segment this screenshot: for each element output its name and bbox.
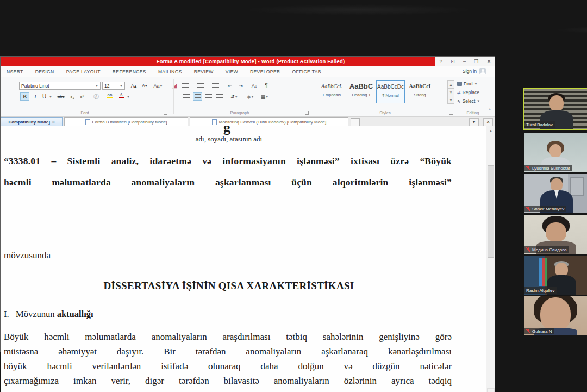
highlight-swatch bbox=[107, 97, 113, 98]
style-heading1[interactable]: AaBbC Heading 1 bbox=[347, 80, 376, 103]
scrollbar-thumb[interactable] bbox=[488, 165, 494, 258]
scroll-up-icon[interactable]: ▲ bbox=[487, 127, 495, 135]
increase-indent-icon[interactable]: ⇥ bbox=[236, 82, 245, 90]
align-left-button[interactable] bbox=[182, 92, 191, 101]
ribbon: Palatino Linot▼ 12▼ A▴ A▾ Aa▼ ◢ B I U ▼ … bbox=[1, 77, 495, 117]
sort-button[interactable]: A↓ bbox=[249, 82, 259, 90]
participant-nameplate: Rasim Alguliev bbox=[524, 287, 557, 294]
bold-button[interactable]: B bbox=[20, 92, 29, 101]
doc-tab-forma-b[interactable]: Forma B modified [Compatibility Mode] bbox=[64, 117, 188, 126]
restore-icon[interactable]: ❐ bbox=[474, 59, 478, 64]
decrease-indent-icon[interactable]: ⇤ bbox=[226, 82, 234, 90]
tab-references[interactable]: REFERENCES bbox=[107, 69, 152, 74]
chevron-down-icon: ▼ bbox=[120, 84, 123, 88]
vertical-scrollbar[interactable]: ▲ bbox=[486, 126, 495, 392]
video-tile[interactable]: Shakir Mehdiyev bbox=[524, 174, 587, 213]
document-page[interactable]: g adı, soyadı, atasının adı “3338.01 – S… bbox=[1, 126, 486, 392]
participant-nameplate: Gulnara N bbox=[524, 328, 554, 334]
video-tile[interactable]: Медина Саидова bbox=[524, 215, 587, 254]
bullets-button[interactable] bbox=[181, 82, 189, 90]
style-normal[interactable]: AaBbCcDc ¶ Normal bbox=[376, 80, 405, 103]
tab-office-tab[interactable]: OFFICE TAB bbox=[286, 69, 327, 74]
close-icon[interactable]: ✕ bbox=[487, 59, 491, 64]
tab-review[interactable]: REVIEW bbox=[188, 69, 220, 74]
muted-mic-icon bbox=[526, 207, 530, 211]
styles-scroll-down-icon[interactable]: ▼ bbox=[447, 88, 454, 96]
title-bar: Forma A modified [Compatibility Mode] - … bbox=[1, 57, 435, 66]
align-center-button[interactable] bbox=[193, 92, 202, 101]
grow-font-button[interactable]: A▴ bbox=[129, 82, 139, 90]
tab-insert[interactable]: NSERT bbox=[1, 69, 29, 74]
video-tile[interactable]: Tural Badalov bbox=[523, 88, 587, 130]
superscript-button[interactable]: x² bbox=[78, 92, 86, 101]
video-tile[interactable]: Lyudmila Sukhostat bbox=[524, 133, 587, 172]
tab-view[interactable]: VIEW bbox=[220, 69, 244, 74]
paragraph-dialog-launcher-icon[interactable] bbox=[305, 111, 309, 115]
tab-page-layout[interactable]: PAGE LAYOUT bbox=[60, 69, 107, 74]
participant-nameplate: Lyudmila Sukhostat bbox=[524, 165, 572, 171]
styles-more-icon[interactable]: ▼ bbox=[447, 96, 454, 104]
shrink-font-button[interactable]: A▾ bbox=[140, 82, 149, 90]
styles-scroll-up-icon[interactable]: ▲ bbox=[447, 80, 454, 89]
doc-tab-forma-a[interactable]: Compatibility Mode] × bbox=[1, 117, 63, 126]
select-button[interactable]: ⇖ Select ▼ bbox=[457, 98, 480, 104]
justify-button[interactable] bbox=[215, 92, 224, 101]
shading-button[interactable]: ◆▼ bbox=[245, 92, 256, 101]
document-heading: DİSSERTASİYA İŞİNİN QISA XARAKTERİSTİKAS… bbox=[1, 280, 457, 292]
byline-caption: adı, soyadı, atasının adı bbox=[1, 135, 457, 144]
tab-menu-icon[interactable]: ▾ bbox=[469, 118, 479, 126]
align-right-button[interactable] bbox=[204, 92, 213, 101]
scrollbar-bottom-box[interactable] bbox=[487, 388, 495, 392]
show-marks-button[interactable]: ¶ bbox=[263, 82, 270, 90]
chevron-down-icon: ▼ bbox=[474, 82, 478, 85]
window-controls: ? ⊡ – ❐ ✕ bbox=[435, 57, 495, 66]
new-tab-button[interactable] bbox=[351, 118, 360, 126]
collapse-ribbon-icon[interactable]: ˄ bbox=[486, 105, 493, 114]
line-spacing-button[interactable]: ⇵▼ bbox=[229, 92, 240, 101]
font-color-button[interactable]: A bbox=[117, 91, 126, 99]
video-tile[interactable]: Gulnara N bbox=[524, 296, 587, 335]
highlight-color-button[interactable]: ab bbox=[105, 91, 115, 99]
font-color-dropdown-icon[interactable]: ▼ bbox=[126, 92, 130, 101]
tab-close-icon[interactable]: ✕ bbox=[483, 118, 493, 126]
topic-line: həcmli məlumatlarda anomaliyaların aşkar… bbox=[4, 177, 452, 188]
strikethrough-button[interactable]: abc bbox=[55, 92, 67, 101]
tab-developer[interactable]: DEVELOPER bbox=[244, 69, 286, 74]
font-dialog-launcher-icon[interactable] bbox=[164, 111, 167, 115]
font-name-combo[interactable]: Palatino Linot▼ bbox=[19, 82, 101, 90]
style-strong[interactable]: AaBbCcI Strong bbox=[405, 80, 434, 103]
font-size-combo[interactable]: 12▼ bbox=[102, 82, 125, 90]
chevron-down-icon: ▼ bbox=[477, 99, 480, 103]
tab-design[interactable]: DESIGN bbox=[29, 69, 60, 74]
topic-suffix: mövzusunda bbox=[4, 250, 51, 261]
body-line: müstəsna əhəmiyyət daşıyır. Bir tərəfdən… bbox=[4, 346, 452, 357]
numbering-button[interactable] bbox=[196, 82, 204, 90]
clear-formatting-icon[interactable]: ◢ bbox=[170, 82, 179, 90]
video-tile[interactable]: Rasim Alguliev bbox=[524, 256, 587, 295]
muted-mic-icon bbox=[526, 329, 530, 334]
paragraph-group-label: Paragraph bbox=[174, 110, 305, 115]
multilevel-list-button[interactable] bbox=[211, 82, 219, 90]
underline-button[interactable]: U bbox=[40, 92, 48, 101]
sign-in[interactable]: Sign in bbox=[463, 68, 486, 74]
subscript-button[interactable]: x₂ bbox=[68, 92, 77, 101]
borders-button[interactable]: ▦▼ bbox=[259, 92, 270, 101]
style-emphasis[interactable]: AaBbCcL Emphasis bbox=[317, 80, 346, 103]
help-icon[interactable]: ? bbox=[440, 59, 442, 64]
italic-button[interactable]: I bbox=[32, 92, 39, 101]
change-case-button[interactable]: Aa▼ bbox=[152, 82, 165, 90]
azerbaijan-flag bbox=[539, 258, 547, 286]
chevron-down-icon: ▼ bbox=[160, 84, 163, 88]
replace-button[interactable]: ⇄ Replace bbox=[457, 90, 479, 95]
close-icon[interactable]: × bbox=[52, 120, 55, 125]
ribbon-display-options-icon[interactable]: ⊡ bbox=[451, 59, 455, 64]
tab-mailings[interactable]: MAILINGS bbox=[152, 69, 188, 74]
underline-dropdown-icon[interactable]: ▼ bbox=[48, 92, 53, 101]
find-button[interactable]: Find ▼ bbox=[457, 81, 478, 86]
styles-dialog-launcher-icon[interactable] bbox=[449, 111, 453, 115]
sign-in-label: Sign in bbox=[463, 69, 477, 74]
minimize-icon[interactable]: – bbox=[463, 59, 466, 64]
text-effects-icon[interactable]: Ⓐ bbox=[92, 92, 101, 101]
doc-tab-monitoring[interactable]: Monitorinq Cedveli (Tural Badalov) [Comp… bbox=[190, 117, 348, 126]
muted-mic-icon bbox=[526, 247, 530, 252]
